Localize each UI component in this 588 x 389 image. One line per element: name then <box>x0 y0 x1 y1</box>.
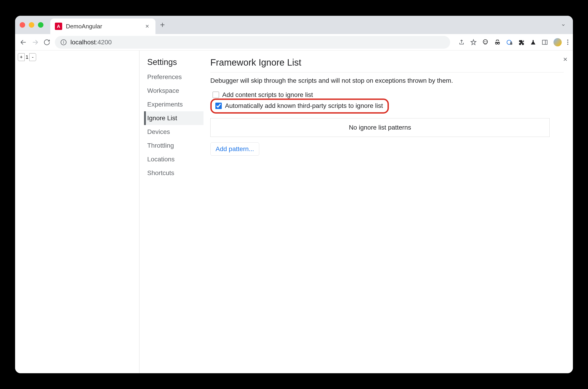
extensions-button[interactable] <box>518 39 525 45</box>
nav-devices[interactable]: Devices <box>144 125 203 139</box>
extension-icon-2[interactable] <box>494 39 501 46</box>
flask-icon <box>530 39 536 45</box>
content-scripts-checkbox[interactable] <box>213 92 219 98</box>
add-pattern-button[interactable]: Add pattern... <box>210 142 259 156</box>
decrement-button[interactable]: - <box>29 53 36 61</box>
browser-window: A DemoAngular × + localhost:4200 <box>15 16 573 373</box>
side-panel-button[interactable] <box>542 39 548 45</box>
reload-icon <box>43 39 50 46</box>
browser-tab[interactable]: A DemoAngular × <box>50 19 156 34</box>
new-tab-button[interactable]: + <box>156 20 169 30</box>
svg-point-5 <box>486 41 487 42</box>
ignore-patterns-list: No ignore list patterns <box>210 118 550 137</box>
nav-workspace[interactable]: Workspace <box>144 84 203 97</box>
maximize-window-button[interactable] <box>38 22 43 28</box>
tab-title: DemoAngular <box>66 23 140 30</box>
tab-strip: A DemoAngular × + <box>15 16 573 34</box>
svg-point-6 <box>495 42 497 44</box>
close-tab-button[interactable]: × <box>144 23 151 30</box>
nav-throttling[interactable]: Throttling <box>144 139 203 152</box>
nav-experiments[interactable]: Experiments <box>144 97 203 111</box>
settings-panel: Framework Ignore List Debugger will skip… <box>203 51 573 373</box>
skull-icon <box>482 39 489 45</box>
toolbar-actions <box>458 38 568 46</box>
extension-icon-4[interactable] <box>530 39 536 45</box>
star-icon <box>470 39 477 45</box>
nav-ignore-list[interactable]: Ignore List <box>144 111 203 125</box>
close-settings-button[interactable]: × <box>563 55 567 64</box>
arrow-left-icon <box>20 39 27 46</box>
back-button[interactable] <box>20 39 27 46</box>
puzzle-icon <box>518 39 525 45</box>
browser-toolbar: localhost:4200 <box>15 34 573 51</box>
devtools-settings: × Settings Preferences Workspace Experim… <box>139 51 573 373</box>
nav-preferences[interactable]: Preferences <box>144 70 203 84</box>
tab-search-button[interactable] <box>558 22 568 28</box>
bookmark-button[interactable] <box>470 39 477 45</box>
nav-shortcuts[interactable]: Shortcuts <box>144 166 203 180</box>
content-area: + 1 - × Settings Preferences Workspace E… <box>15 51 573 373</box>
svg-point-4 <box>484 41 485 42</box>
angular-favicon: A <box>55 23 62 30</box>
share-button[interactable] <box>458 39 465 45</box>
extension-icon-3[interactable] <box>506 39 513 45</box>
settings-sidebar: Settings Preferences Workspace Experimen… <box>139 51 203 373</box>
arrow-right-icon <box>32 39 39 46</box>
content-scripts-label: Add content scripts to ignore list <box>222 91 313 98</box>
counter-widget: + 1 - <box>18 53 36 61</box>
profile-avatar[interactable] <box>554 38 562 46</box>
third-party-checkbox[interactable] <box>215 103 222 109</box>
svg-rect-10 <box>510 43 512 45</box>
svg-point-3 <box>483 39 488 44</box>
panel-title: Framework Ignore List <box>210 57 564 72</box>
nav-locations[interactable]: Locations <box>144 152 203 166</box>
panel-description: Debugger will skip through the scripts a… <box>210 77 564 84</box>
reload-button[interactable] <box>43 39 50 46</box>
address-bar[interactable]: localhost:4200 <box>55 36 450 49</box>
minimize-window-button[interactable] <box>29 22 34 28</box>
counter-value: 1 <box>25 54 29 60</box>
third-party-checkbox-row[interactable]: Automatically add known third-party scri… <box>213 101 385 111</box>
page-viewport: + 1 - <box>15 51 139 373</box>
incognito-icon <box>494 39 501 46</box>
site-info-icon[interactable] <box>60 39 67 45</box>
close-window-button[interactable] <box>20 22 25 28</box>
svg-point-7 <box>498 42 499 44</box>
panel-icon <box>542 39 548 45</box>
browser-menu-button[interactable] <box>567 39 568 45</box>
extension-icon-1[interactable] <box>482 39 489 45</box>
increment-button[interactable]: + <box>18 53 25 61</box>
share-icon <box>458 39 465 45</box>
settings-heading: Settings <box>144 57 203 70</box>
forward-button[interactable] <box>32 39 39 46</box>
chevron-down-icon <box>560 22 566 28</box>
globe-lock-icon <box>506 39 513 45</box>
highlighted-setting: Automatically add known third-party scri… <box>210 98 389 114</box>
third-party-label: Automatically add known third-party scri… <box>225 102 383 109</box>
url-text: localhost:4200 <box>70 39 112 46</box>
svg-rect-11 <box>543 40 547 44</box>
window-controls <box>20 22 43 28</box>
